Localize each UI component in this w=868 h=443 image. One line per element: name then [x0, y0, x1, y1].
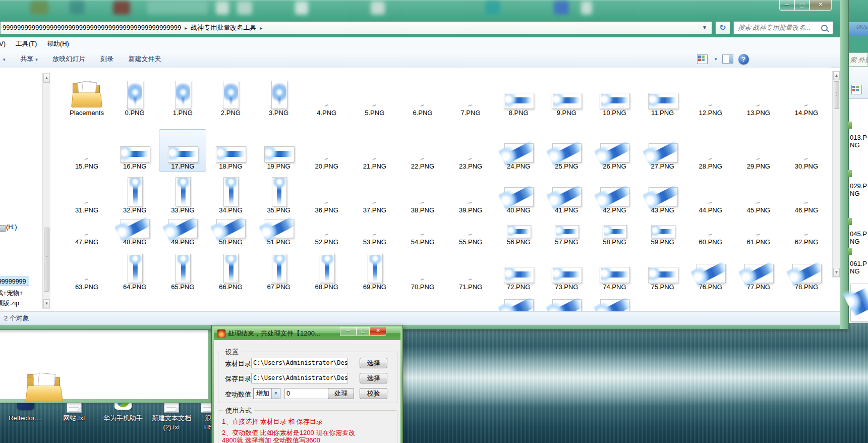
file-item-label[interactable]: 49.PNG: [160, 238, 205, 246]
file-item-label[interactable]: 32.PNG: [112, 206, 157, 214]
file-item-label[interactable]: 74.PNG: [592, 283, 637, 291]
save-dir-input[interactable]: C:\Users\Administrator\Des: [251, 373, 348, 383]
folder-icon[interactable]: [24, 373, 64, 403]
file-item-label[interactable]: 36.PNG: [304, 206, 350, 214]
file-thumbnail[interactable]: [272, 254, 287, 283]
file-item-label[interactable]: 45.PNG: [736, 206, 781, 214]
file-item-label[interactable]: 5.PNG: [352, 109, 397, 117]
file-item-label[interactable]: 24.PNG: [496, 162, 541, 171]
file-item-label[interactable]: 27.PNG: [640, 162, 685, 171]
file-item-label[interactable]: 6.PNG: [400, 109, 445, 117]
file-thumbnail[interactable]: [792, 264, 822, 283]
file-item-label[interactable]: 29.PNG: [736, 162, 781, 171]
source-dir-select-button[interactable]: 选择: [360, 358, 387, 368]
file-item-label[interactable]: 3.PNG: [256, 109, 302, 117]
file-thumbnail[interactable]: [216, 219, 246, 238]
file-item-label[interactable]: 54.PNG: [400, 238, 445, 246]
file-item-label[interactable]: 37.PNG: [352, 206, 397, 214]
file-item-label[interactable]: 67.PNG: [256, 283, 302, 291]
file-thumbnail[interactable]: [507, 225, 531, 238]
file-item-label[interactable]: 58.PNG: [592, 238, 637, 246]
file-item-label[interactable]: 55.PNG: [448, 238, 493, 246]
file-item-label[interactable]: 11.PNG: [640, 109, 685, 117]
search-input[interactable]: 搜索 战神专用批量改名...: [733, 21, 833, 34]
address-dropdown-icon[interactable]: ▼: [699, 22, 710, 33]
file-thumbnail[interactable]: [176, 254, 191, 283]
file-thumbnail[interactable]: [168, 146, 198, 162]
file-item-label[interactable]: 38.PNG: [400, 206, 445, 214]
preview-pane-icon[interactable]: [722, 54, 733, 64]
file-thumbnail[interactable]: [368, 254, 383, 283]
toolbar-new-folder[interactable]: 新建文件夹: [129, 55, 161, 63]
save-dir-select-button[interactable]: 选择: [360, 373, 387, 383]
dialog-maximize-button[interactable]: ▢: [357, 327, 370, 336]
file-thumbnail[interactable]: [121, 219, 150, 238]
scroll-down-icon[interactable]: ▼: [833, 268, 840, 277]
refresh-button[interactable]: ↻: [715, 21, 730, 34]
file-thumbnail[interactable]: [649, 187, 678, 206]
file-item-label[interactable]: 15.PNG: [64, 162, 109, 171]
breadcrumb-folder[interactable]: 战神专用批量改名工具: [191, 24, 256, 31]
file-item-label[interactable]: 23.PNG: [448, 162, 493, 171]
file-item-label[interactable]: 75.PNG: [640, 283, 685, 291]
file-item-label[interactable]: 39.PNG: [448, 206, 493, 214]
file-thumbnail-partial[interactable]: [552, 299, 582, 311]
file-item-label[interactable]: 28.PNG: [688, 162, 733, 171]
right-file-label[interactable]: 013.PN​G: [849, 134, 868, 149]
file-item-label[interactable]: 69.PNG: [352, 283, 397, 291]
file-thumbnail[interactable]: [603, 225, 627, 238]
file-item-label[interactable]: 63.PNG: [64, 283, 109, 291]
scroll-up-icon[interactable]: ▲: [833, 71, 840, 80]
file-item-label[interactable]: 35.PNG: [256, 206, 302, 214]
file-thumbnail[interactable]: [216, 146, 246, 162]
menu-item-help[interactable]: 帮助(H): [47, 40, 69, 47]
search-icon[interactable]: [821, 25, 828, 31]
scroll-down-icon[interactable]: ▼: [43, 299, 50, 308]
file-thumbnail-partial[interactable]: [504, 299, 534, 311]
file-thumbnail[interactable]: [552, 267, 582, 283]
file-item-label[interactable]: 21.PNG: [352, 162, 397, 171]
file-thumbnail[interactable]: [504, 93, 534, 109]
file-item-label[interactable]: 40.PNG: [496, 206, 541, 214]
right-file-label[interactable]: 061.PN​G: [849, 260, 868, 275]
file-item-label[interactable]: 48.PNG: [112, 238, 157, 246]
file-item-label[interactable]: Placements: [69, 109, 105, 117]
file-item-label[interactable]: 59.PNG: [640, 238, 685, 246]
file-item-label[interactable]: 17.PNG: [160, 162, 205, 171]
file-thumbnail[interactable]: [600, 267, 630, 283]
address-bar[interactable]: 9999999999999999999999999999999999999999…: [0, 21, 712, 34]
file-list-scrollbar[interactable]: ▲ ▼: [832, 71, 841, 278]
file-item-label[interactable]: 77.PNG: [736, 283, 781, 291]
right-file-label[interactable]: 029.PN​G: [849, 182, 868, 197]
toolbar-slideshow[interactable]: 放映幻灯片: [52, 55, 85, 63]
dialog-close-button[interactable]: ✕: [370, 327, 386, 336]
file-item-label[interactable]: 19.PNG: [256, 162, 302, 171]
file-thumbnail[interactable]: [552, 187, 582, 206]
scrollbar-thumb[interactable]: [834, 81, 839, 109]
file-item-label[interactable]: 46.PNG: [784, 206, 829, 214]
change-mode-dropdown[interactable]: 增加 ▼: [253, 388, 280, 399]
file-item-label[interactable]: 41.PNG: [544, 206, 589, 214]
file-item-label[interactable]: 20.PNG: [304, 162, 350, 171]
file-item-label[interactable]: 68.PNG: [304, 283, 350, 291]
file-thumbnail[interactable]: [555, 225, 579, 238]
file-item-label[interactable]: 53.PNG: [352, 238, 397, 246]
file-item-label[interactable]: 7.PNG: [448, 109, 493, 117]
file-item-label[interactable]: 22.PNG: [400, 162, 445, 171]
file-thumbnail-partial[interactable]: [600, 299, 629, 311]
file-item-label[interactable]: 52.PNG: [304, 238, 350, 246]
file-item-label[interactable]: 56.PNG: [496, 238, 541, 246]
views-dropdown-icon[interactable]: ▾: [715, 57, 717, 62]
menu-item-fragment[interactable]: V): [0, 40, 6, 47]
views-icon[interactable]: [851, 85, 862, 94]
overflow-dropdown-icon[interactable]: ▾: [3, 57, 6, 62]
folder-thumbnail[interactable]: [71, 82, 103, 108]
file-thumbnail[interactable]: [168, 219, 198, 238]
maximize-button[interactable]: ▢: [794, 0, 809, 11]
nav-scrollbar-thumb[interactable]: [44, 228, 49, 292]
file-item-label[interactable]: 1.PNG: [160, 109, 205, 117]
file-thumbnail[interactable]: [552, 93, 582, 109]
minimize-button[interactable]: ─: [779, 0, 794, 11]
file-item-label[interactable]: 31.PNG: [64, 206, 109, 214]
file-thumbnail[interactable]: [120, 146, 150, 162]
